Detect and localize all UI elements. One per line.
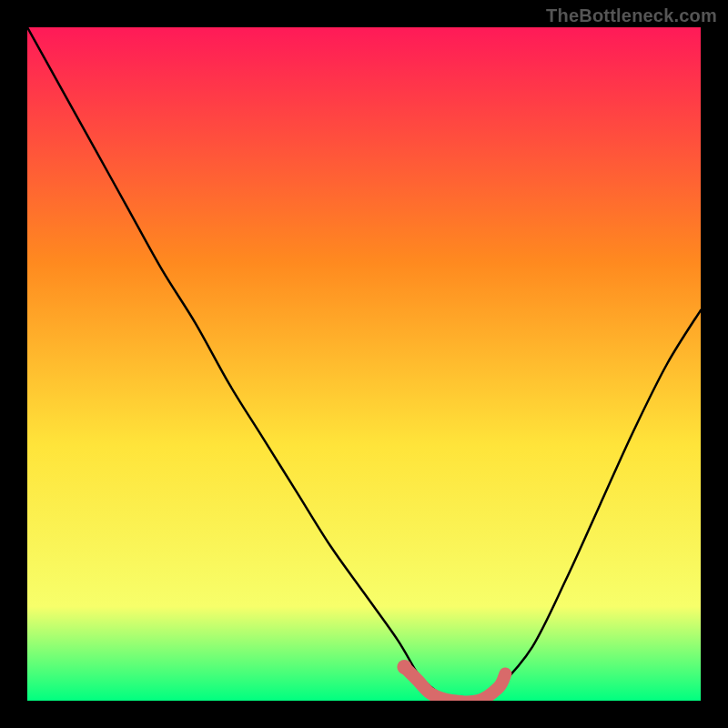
watermark-text: TheBottleneck.com (546, 5, 717, 26)
optimal-range-start-dot (397, 660, 411, 674)
chart-frame: TheBottleneck.com (0, 0, 728, 728)
chart-svg (27, 27, 701, 701)
gradient-background (27, 27, 701, 701)
plot-area (27, 27, 701, 701)
